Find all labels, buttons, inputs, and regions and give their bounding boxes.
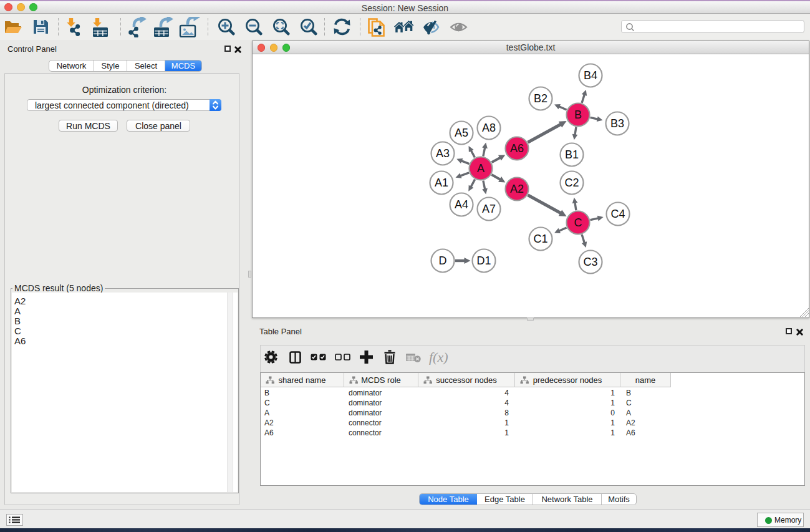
- svg-text:C2: C2: [564, 177, 579, 189]
- svg-text:D: D: [439, 254, 447, 267]
- svg-text:B: B: [574, 109, 582, 121]
- svg-text:B1: B1: [565, 148, 579, 161]
- svg-text:A4: A4: [455, 198, 468, 211]
- svg-text:C1: C1: [533, 233, 547, 245]
- svg-text:D1: D1: [476, 254, 491, 267]
- svg-text:A6: A6: [510, 142, 524, 155]
- svg-text:A7: A7: [482, 203, 496, 215]
- svg-text:C: C: [574, 216, 582, 229]
- svg-text:A3: A3: [436, 147, 450, 160]
- svg-text:C4: C4: [610, 208, 625, 220]
- svg-text:A5: A5: [455, 127, 468, 139]
- svg-text:A8: A8: [482, 122, 496, 134]
- svg-text:A2: A2: [510, 183, 524, 195]
- svg-text:B2: B2: [534, 92, 547, 105]
- svg-text:C3: C3: [583, 256, 597, 268]
- svg-text:B3: B3: [610, 117, 624, 130]
- svg-text:A: A: [477, 162, 485, 175]
- svg-text:B4: B4: [584, 69, 597, 82]
- svg-text:A1: A1: [435, 177, 448, 189]
